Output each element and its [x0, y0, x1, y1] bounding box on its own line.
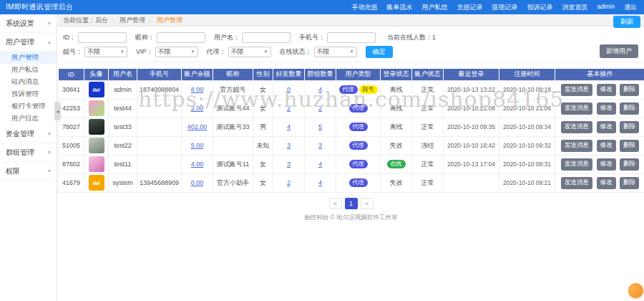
groups-count-link[interactable]: 3 — [318, 142, 322, 149]
cell-register-time: 2020-10-10 09:31 — [499, 155, 555, 173]
sidebar: 系统设置 ▾ 用户管理 ▴ 用户管理 用户私信 站内消息 投诉管理 银行卡管理 … — [0, 14, 57, 301]
vip-select[interactable]: 不限 ▼ — [155, 47, 198, 57]
cell-account-status: 冻结 — [412, 136, 444, 155]
edit-button[interactable]: 修改 — [597, 84, 616, 96]
user-management-submenu: 用户管理 用户私信 站内消息 投诉管理 银行卡管理 用户日志 — [0, 52, 57, 125]
groups-count-link[interactable]: 4 — [318, 161, 322, 168]
edit-button[interactable]: 修改 — [597, 102, 616, 115]
edit-button[interactable]: 修改 — [597, 121, 616, 133]
send-message-button[interactable]: 发送消息 — [561, 140, 592, 152]
friends-count-link[interactable]: 3 — [287, 142, 291, 149]
online-status-filter-label: 在线状态： — [280, 47, 312, 57]
friends-count-link[interactable]: 2 — [287, 179, 291, 186]
sidebar-group-system-settings[interactable]: 系统设置 ▾ — [0, 14, 57, 33]
user-table: ID 头像 用户名 手机号 账户余额 昵称 性别 好友数量 群组数量 用户类型 … — [58, 69, 644, 193]
nav-logout[interactable]: 退出 — [624, 3, 637, 12]
cell-login-status: 失效 — [381, 136, 412, 155]
select-caret-icon: ▼ — [350, 49, 354, 54]
agent-select[interactable]: 不限 ▼ — [228, 47, 271, 57]
nav-user-messages[interactable]: 用户私信 — [421, 3, 447, 12]
cell-username: test33 — [109, 118, 137, 136]
sidebar-item-user-management[interactable]: 用户管理 — [0, 52, 57, 64]
send-message-button[interactable]: 发送消息 — [561, 177, 592, 189]
groups-count-link[interactable]: 4 — [318, 179, 322, 186]
username-filter-input[interactable] — [242, 32, 291, 43]
delete-button[interactable]: 删除 — [620, 84, 639, 96]
balance-link[interactable]: 8.00 — [191, 86, 204, 93]
nav-browse-home[interactable]: 浏览首页 — [562, 3, 587, 12]
phone-filter-input[interactable] — [327, 32, 376, 43]
balance-link[interactable]: 2.00 — [191, 105, 204, 112]
filter-submit-button[interactable]: 确定 — [366, 46, 393, 58]
delete-button[interactable]: 删除 — [620, 121, 639, 133]
groups-count-link[interactable]: 4 — [318, 86, 322, 93]
sidebar-item-complaints[interactable]: 投诉管理 — [0, 88, 57, 100]
pagination-prev-button[interactable]: « — [329, 198, 342, 209]
pretty-number-select[interactable]: 不限 ▼ — [84, 47, 127, 57]
friends-count-link[interactable]: 3 — [287, 161, 291, 168]
balance-link[interactable]: 4.00 — [191, 161, 204, 168]
col-last-login: 最近登录 — [444, 69, 499, 80]
sidebar-collapse-handle[interactable]: ◂ — [54, 102, 61, 120]
delete-button[interactable]: 删除 — [620, 102, 639, 115]
id-filter-input[interactable] — [78, 32, 127, 43]
nav-billing-flow[interactable]: 账单流水 — [386, 3, 412, 12]
send-message-button[interactable]: 发送消息 — [561, 102, 592, 115]
cell-username: test22 — [109, 136, 137, 155]
nav-manual-recharge[interactable]: 手动充值 — [351, 3, 377, 12]
cell-register-time: 2020-10-10 21:06 — [499, 99, 555, 118]
nav-recharge-records[interactable]: 充值记录 — [457, 3, 482, 12]
balance-link[interactable]: 5.00 — [191, 142, 204, 149]
cell-phone — [137, 99, 182, 118]
friends-count-link[interactable]: 0 — [287, 86, 291, 93]
cell-nickname: 测试账号11 — [213, 155, 253, 173]
cell-gender: 男 — [253, 118, 273, 136]
friends-count-link[interactable]: 2 — [287, 105, 291, 112]
sidebar-group-permissions[interactable]: 权限 ▾ — [0, 162, 57, 181]
delete-button[interactable]: 删除 — [620, 140, 639, 152]
col-groups: 群组数量 — [305, 69, 336, 80]
groups-count-link[interactable]: 5 — [318, 123, 322, 130]
back-to-top-button[interactable] — [628, 283, 643, 298]
delete-button[interactable]: 删除 — [620, 158, 639, 171]
friends-count-link[interactable]: 4 — [287, 123, 291, 130]
cell-id: 87602 — [59, 155, 84, 173]
balance-link[interactable]: 0.00 — [191, 179, 204, 186]
cell-nickname: 测试账号44 — [213, 99, 253, 118]
table-row: 51005 test22 5.00 未知 3 3 代理 失效 冻结 2020-1… — [59, 136, 644, 155]
sidebar-item-site-messages[interactable]: 站内消息 — [0, 76, 57, 88]
online-status-select[interactable]: 不限 ▼ — [314, 47, 357, 57]
delete-button[interactable]: 删除 — [620, 177, 639, 189]
sidebar-item-bank-cards[interactable]: 银行卡管理 — [0, 100, 57, 113]
sidebar-item-user-messages[interactable]: 用户私信 — [0, 64, 57, 76]
pagination-page-1[interactable]: 1 — [345, 198, 358, 209]
send-message-button[interactable]: 发送消息 — [561, 84, 592, 96]
sidebar-item-user-logs[interactable]: 用户日志 — [0, 113, 57, 125]
nav-withdraw-records[interactable]: 提现记录 — [492, 3, 517, 12]
breadcrumb-user-management[interactable]: 用户管理 — [119, 16, 145, 25]
sidebar-group-funds[interactable]: 资金管理 ▾ — [0, 125, 57, 143]
sidebar-group-groups[interactable]: 群组管理 ▾ — [0, 143, 57, 162]
avatar — [89, 138, 104, 153]
edit-button[interactable]: 修改 — [597, 140, 616, 152]
breadcrumb-separator-icon: 〉 — [111, 16, 117, 24]
online-count-label: 当前在线人数：1 — [387, 33, 436, 42]
groups-count-link[interactable]: 2 — [318, 105, 322, 112]
add-user-button[interactable]: 新增用户 — [600, 44, 638, 58]
cell-register-time: 2020-10-10 09:21 — [499, 173, 555, 192]
edit-button[interactable]: 修改 — [597, 158, 616, 171]
breadcrumb-home[interactable]: 后台 — [95, 16, 108, 25]
pagination-next-button[interactable]: » — [361, 198, 374, 209]
edit-button[interactable]: 修改 — [597, 177, 616, 189]
top-bar: IM即时通讯管理后台 手动充值 账单流水 用户私信 充值记录 提现记录 投诉记录… — [0, 0, 644, 14]
sidebar-group-user-management[interactable]: 用户管理 ▴ — [0, 33, 57, 52]
balance-link[interactable]: 402.00 — [187, 123, 208, 130]
agent-badge: 代理 — [349, 178, 368, 187]
nav-username[interactable]: admin — [597, 3, 615, 12]
send-message-button[interactable]: 发送消息 — [561, 121, 592, 133]
nav-complaint-records[interactable]: 投诉记录 — [527, 3, 552, 12]
cell-gender: 女 — [253, 99, 273, 118]
cell-last-login: 2020-10-10 16:42 — [444, 136, 499, 155]
nickname-filter-input[interactable] — [157, 32, 205, 43]
send-message-button[interactable]: 发送消息 — [561, 158, 592, 171]
